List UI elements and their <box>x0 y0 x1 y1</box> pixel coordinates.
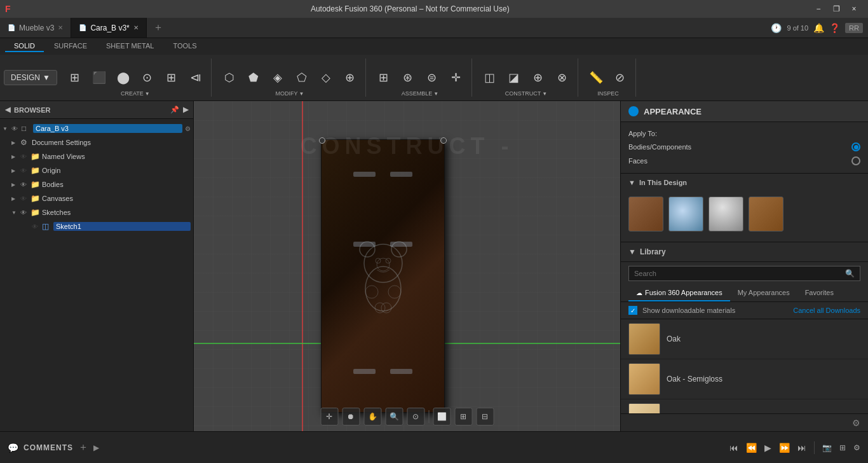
swatch-metal[interactable] <box>709 197 743 232</box>
midplane-btn[interactable]: ◪ <box>503 66 526 89</box>
swatch-glass[interactable] <box>668 197 703 232</box>
tree-item-bodies[interactable]: ▶ 👁 📁 Bodies <box>0 177 193 191</box>
mirror-button[interactable]: ⧏ <box>184 66 207 89</box>
browser-expand-icon[interactable]: ▶ <box>183 106 188 114</box>
material-item-pine[interactable]: Pine <box>621 399 868 413</box>
create-label[interactable]: CREATE ▼ <box>121 90 150 97</box>
tab-sheet-metal[interactable]: SHEET METAL <box>97 41 163 52</box>
tab-cara[interactable]: 📄 Cara_B v3* ✕ <box>71 18 146 38</box>
comments-expand-icon[interactable]: ▶ <box>93 443 99 452</box>
lib-tab-fusion[interactable]: ☁ Fusion 360 Appearances <box>628 285 730 301</box>
tab-close-active-icon[interactable]: ✕ <box>133 24 139 31</box>
draft-button[interactable]: ◇ <box>315 66 337 89</box>
pattern-button[interactable]: ⊞ <box>160 66 183 89</box>
notification-icon[interactable]: 🔔 <box>813 23 824 33</box>
fillet-button[interactable]: ⬟ <box>242 66 265 89</box>
browser-pin-icon[interactable]: 📌 <box>170 106 179 114</box>
tree-eye-origin[interactable]: 👁 <box>20 167 31 174</box>
tab-close-icon[interactable]: ✕ <box>58 24 63 31</box>
design-menu-button[interactable]: DESIGN ▼ <box>4 70 57 85</box>
viewport-display-btn[interactable]: ⬜ <box>433 408 451 425</box>
viewport[interactable]: CONSTRUCT - ✛ ⏺ ✋ 🔍 ⊙ ⬜ ⊞ ⊟ <box>194 101 620 432</box>
hole-button[interactable]: ⊙ <box>136 66 159 89</box>
comments-icon[interactable]: 💬 <box>8 443 18 453</box>
search-input[interactable] <box>634 270 841 277</box>
move-button[interactable]: ✛ <box>445 66 468 89</box>
viewport-record-btn[interactable]: ⏺ <box>342 408 360 425</box>
joint-origin-btn[interactable]: ⊜ <box>421 66 444 89</box>
tree-item-root[interactable]: ▼ 👁 □ Cara_B v3 ⚙ <box>0 121 193 135</box>
play-end-btn[interactable]: ⏭ <box>797 443 806 453</box>
maximize-button[interactable]: ❐ <box>827 0 845 18</box>
tree-eye-root[interactable]: 👁 <box>11 125 22 132</box>
tab-mueble[interactable]: 📄 Mueble v3 ✕ <box>0 18 71 38</box>
minimize-button[interactable]: − <box>810 0 827 18</box>
timeline-grid-btn[interactable]: ⊞ <box>839 443 846 452</box>
construct-label[interactable]: CONSTRUCT ▼ <box>505 90 547 97</box>
tree-item-canvases[interactable]: ▶ 👁 📁 Canvases <box>0 191 193 205</box>
bodies-radio[interactable] <box>851 142 860 151</box>
new-tab-button[interactable]: ＋ <box>147 18 170 38</box>
viewport-hand-btn[interactable]: ✋ <box>363 408 381 425</box>
scale-button[interactable]: ⊕ <box>339 66 362 89</box>
joint-button[interactable]: ⊛ <box>397 66 419 89</box>
tab-solid[interactable]: SOLID <box>5 41 44 52</box>
revolve-button[interactable]: ⬤ <box>112 66 135 89</box>
play-start-btn[interactable]: ⏮ <box>729 443 738 453</box>
user-avatar[interactable]: RR <box>845 23 863 33</box>
viewport-orbit-btn[interactable]: ⊙ <box>407 408 424 425</box>
door-panel-3d[interactable] <box>321 139 445 413</box>
inspect-label[interactable]: INSPEC <box>597 90 619 97</box>
lib-tab-my[interactable]: My Appearances <box>730 285 797 301</box>
faces-radio[interactable] <box>851 156 860 165</box>
library-title[interactable]: ▼ Library <box>628 247 666 256</box>
tree-item-named-views[interactable]: ▶ 👁 📁 Named Views <box>0 149 193 163</box>
apply-to-bodies[interactable]: Bodies/Components <box>628 140 860 154</box>
play-btn[interactable]: ▶ <box>764 443 771 453</box>
tree-eye-named-views[interactable]: 👁 <box>20 153 31 160</box>
lib-tab-favorites[interactable]: Favorites <box>797 285 841 301</box>
viewport-grid-btn[interactable]: ⊞ <box>454 408 472 425</box>
tab-surface[interactable]: SURFACE <box>45 41 96 52</box>
material-item-oak-semi[interactable]: Oak - Semigloss <box>621 359 868 399</box>
tab-tools[interactable]: TOOLS <box>164 41 205 52</box>
measure-btn[interactable]: 📏 <box>585 66 607 89</box>
help-icon[interactable]: ❓ <box>829 23 840 33</box>
viewport-zoom-btn[interactable]: 🔍 <box>385 408 403 425</box>
point-button[interactable]: ⊗ <box>551 66 574 89</box>
timeline-settings-icon[interactable]: ⚙ <box>853 443 860 452</box>
cancel-downloads-button[interactable]: Cancel all Downloads <box>793 307 860 314</box>
tree-gear-icon[interactable]: ⚙ <box>185 125 191 132</box>
close-button[interactable]: × <box>845 0 863 18</box>
interference-btn[interactable]: ⊘ <box>609 66 632 89</box>
axis-button[interactable]: ⊕ <box>527 66 550 89</box>
apply-to-faces[interactable]: Faces <box>628 154 860 168</box>
panel-settings-icon[interactable]: ⚙ <box>852 418 860 428</box>
viewport-more-btn[interactable]: ⊟ <box>476 408 494 425</box>
material-item-oak[interactable]: Oak <box>621 319 868 359</box>
assemble-label[interactable]: ASSEMBLE ▼ <box>402 90 438 97</box>
viewport-move-btn[interactable]: ✛ <box>320 408 338 425</box>
browser-back-icon[interactable]: ◀ <box>5 106 10 114</box>
in-this-design-header[interactable]: ▼ In This Design <box>628 179 860 186</box>
tree-eye-sketches[interactable]: 👁 <box>20 209 31 216</box>
tree-item-settings[interactable]: ▶ ⚙ Document Settings <box>0 135 193 149</box>
chamfer-button[interactable]: ◈ <box>266 66 289 89</box>
swatch-wood1[interactable] <box>628 197 663 232</box>
play-next-btn[interactable]: ⏩ <box>779 443 790 453</box>
tree-item-sketches[interactable]: ▼ 👁 📁 Sketches <box>0 205 193 219</box>
new-component-button[interactable]: ⊞ <box>64 66 86 89</box>
play-prev-btn[interactable]: ⏪ <box>746 443 757 453</box>
tree-eye-bodies[interactable]: 👁 <box>20 181 31 188</box>
new-component-btn2[interactable]: ⊞ <box>372 66 395 89</box>
modify-label[interactable]: MODIFY ▼ <box>275 90 304 97</box>
timeline-camera-btn[interactable]: 📷 <box>822 443 832 452</box>
tree-item-origin[interactable]: ▶ 👁 📁 Origin <box>0 163 193 177</box>
tree-item-sketch1[interactable]: 👁 ◫ Sketch1 <box>0 219 193 233</box>
downloadable-checkbox[interactable]: ✓ <box>628 306 637 315</box>
search-icon[interactable]: 🔍 <box>845 269 855 278</box>
shell-button[interactable]: ⬠ <box>290 66 313 89</box>
tree-eye-sketch1[interactable]: 👁 <box>32 223 42 230</box>
tree-eye-canvases[interactable]: 👁 <box>20 195 31 202</box>
swatch-wood2[interactable] <box>749 197 783 232</box>
